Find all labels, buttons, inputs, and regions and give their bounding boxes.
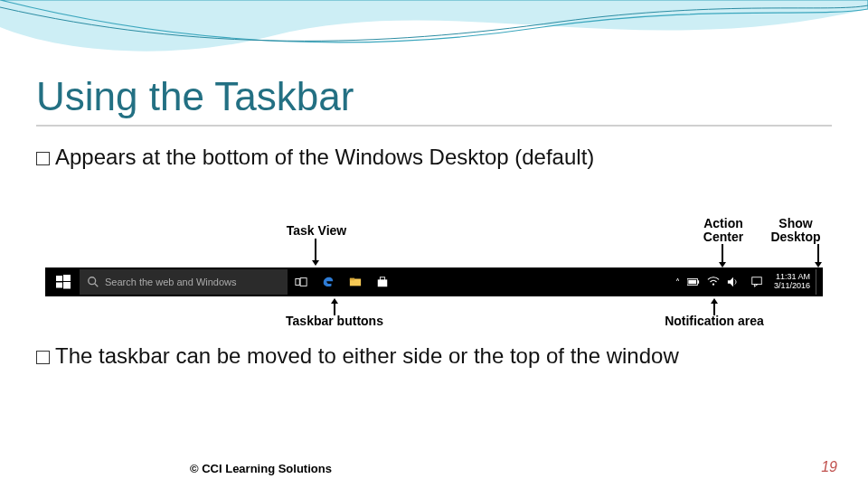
store-icon [376,276,389,288]
show-desktop-button[interactable] [816,269,821,295]
svg-rect-14 [688,280,696,284]
edge-button[interactable] [315,276,342,288]
svg-rect-6 [296,279,299,286]
volume-icon[interactable] [727,276,740,288]
label-show-desktop: Show Desktop [764,217,827,245]
label-action-center: Action Center [696,217,750,245]
page-number: 19 [821,459,837,475]
clock-date: 3/11/2016 [774,282,810,291]
bullet-1-text: Appears at the bottom of the Windows Des… [55,145,594,169]
bullet-2: The taskbar can be moved to either side … [36,343,679,369]
system-tray: ˄ [670,269,745,295]
svg-rect-1 [63,275,71,281]
header-wave [0,0,868,72]
svg-rect-2 [56,283,62,288]
svg-line-5 [95,284,99,287]
action-center-button[interactable] [745,269,769,295]
svg-rect-7 [300,278,307,286]
svg-point-4 [89,277,96,285]
windows-taskbar: Search the web and Windows ˄ [45,267,823,296]
search-box[interactable]: Search the web and Windows [80,269,288,295]
svg-marker-16 [728,277,733,287]
taskbar-spacer [396,269,670,295]
svg-rect-3 [63,282,71,289]
pinned-apps [315,269,396,295]
bullet-marker [36,351,50,364]
svg-rect-9 [350,278,354,281]
bullet-marker [36,152,50,165]
action-center-icon [750,276,763,288]
label-task-view: Task View [280,224,353,238]
chevron-up-icon[interactable]: ˄ [675,277,680,287]
title-underline [36,125,832,127]
wifi-icon[interactable] [707,276,720,288]
file-explorer-button[interactable] [342,276,369,288]
svg-rect-17 [752,277,762,285]
svg-rect-13 [697,280,699,284]
bullet-1: Appears at the bottom of the Windows Des… [36,145,594,170]
start-button[interactable] [47,269,80,295]
file-explorer-icon [349,276,362,288]
search-icon [87,276,99,288]
windows-logo-icon [56,275,71,289]
clock[interactable]: 11:31 AM 3/11/2016 [769,269,816,295]
svg-point-15 [712,283,714,285]
task-view-icon [295,276,307,288]
battery-icon[interactable] [687,276,700,288]
svg-rect-0 [56,276,62,281]
store-button[interactable] [369,276,396,288]
label-notification-area: Notification area [651,314,778,328]
slide: Using the Taskbar Appears at the bottom … [0,0,868,488]
slide-title: Using the Taskbar [36,74,354,119]
edge-icon [322,276,335,288]
label-taskbar-buttons: Taskbar buttons [280,314,389,328]
task-view-button[interactable] [288,269,315,295]
svg-marker-18 [754,285,758,287]
search-placeholder: Search the web and Windows [105,277,237,287]
copyright: © CCI Learning Solutions [190,462,332,475]
bullet-2-text: The taskbar can be moved to either side … [55,343,679,368]
